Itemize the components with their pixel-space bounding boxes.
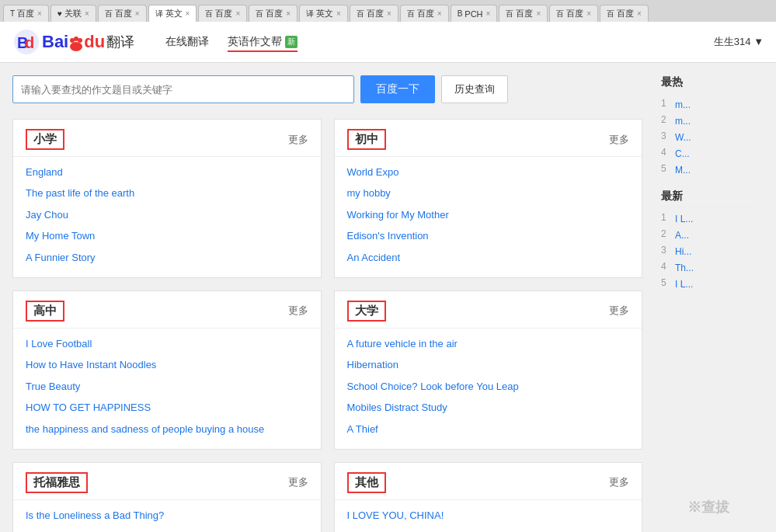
tab-8[interactable]: 百 百度 × [350, 5, 398, 22]
tab-9[interactable]: 百 百度 × [400, 5, 449, 22]
watermark: ※查拔 [687, 498, 729, 516]
tab-1[interactable]: T 百度 × [3, 5, 49, 22]
tab-close-10[interactable]: × [486, 9, 491, 18]
daxue-title: 大学 [347, 301, 386, 322]
logo-area: B d Bai du 翻译 在线翻译 英语作文帮 新 [12, 28, 298, 56]
xiaoxue-link-2[interactable]: Jay Chou [26, 206, 308, 224]
tab-icon-4: 译 [155, 9, 163, 19]
tab-close-5[interactable]: × [235, 9, 240, 18]
browser-tabs-bar: T 百度 × ♥ 关联 × 百 百度 × 译 英文 × 百 百度 × 百 百度 … [0, 0, 776, 22]
nav-english-composition[interactable]: 英语作文帮 新 [228, 32, 298, 52]
fanyi-text: 翻译 [106, 33, 134, 51]
new-item-1: 1 I L... [661, 212, 757, 226]
qita-link-0[interactable]: I LOVE YOU, CHINA! [347, 506, 630, 524]
tab-11[interactable]: 百 百度 × [499, 5, 548, 22]
tab-6[interactable]: 百 百度 × [249, 5, 298, 22]
chuzhong-link-4[interactable]: An Accident [347, 249, 630, 266]
xiaoxue-link-0[interactable]: England [26, 163, 308, 181]
tab-close-1[interactable]: × [37, 9, 42, 18]
hot-item-1: 1 m... [661, 98, 757, 112]
xiaoxue-link-1[interactable]: The past life of the earth [26, 184, 308, 202]
svg-text:d: d [25, 34, 34, 51]
xiaoxue-more[interactable]: 更多 [288, 133, 308, 147]
xiaoxue-header: 小学 更多 [13, 120, 321, 157]
paw-icon [68, 31, 84, 53]
chuzhong-more[interactable]: 更多 [609, 133, 629, 147]
hot-item-5: 5 M... [661, 163, 757, 177]
main-content-area: 百度一下 历史查询 小学 更多 England The past life of… [12, 75, 642, 532]
search-button[interactable]: 百度一下 [360, 75, 435, 103]
gaozhong-more[interactable]: 更多 [288, 304, 308, 318]
gaozhong-section: 高中 更多 I Love Football How to Have Instan… [12, 290, 322, 450]
tab-close-13[interactable]: × [637, 9, 642, 18]
tuofu-link-0[interactable]: Is the Loneliness a Bad Thing? [26, 506, 308, 524]
xiaoxue-link-3[interactable]: My Home Town [26, 227, 308, 245]
qita-title: 其他 [347, 472, 386, 493]
gaozhong-links: I Love Football How to Have Instant Nood… [13, 329, 321, 449]
tab-close-4[interactable]: × [186, 9, 190, 18]
daxue-more[interactable]: 更多 [609, 304, 629, 318]
tab-close-6[interactable]: × [286, 9, 291, 18]
qita-links: I LOVE YOU, CHINA! [335, 500, 642, 532]
tab-close-12[interactable]: × [586, 9, 591, 18]
search-input[interactable] [12, 75, 354, 103]
tab-icon-13: 百 [607, 9, 614, 19]
tuofu-section: 托福雅思 更多 Is the Loneliness a Bad Thing? [12, 462, 322, 532]
tuofu-header: 托福雅思 更多 [13, 463, 321, 500]
user-info[interactable]: 生生314 ▼ [714, 35, 764, 49]
daxue-section: 大学 更多 A future vehicle in the air Hibern… [334, 290, 643, 450]
tab-icon-2: ♥ [57, 9, 62, 18]
qita-more[interactable]: 更多 [609, 475, 629, 489]
tab-2[interactable]: ♥ 关联 × [50, 5, 96, 22]
search-area: 百度一下 历史查询 [12, 75, 642, 103]
daxue-link-4[interactable]: A Thief [347, 420, 630, 438]
tab-icon-12: 百 [556, 9, 564, 19]
daxue-link-3[interactable]: Mobiles Distract Study [347, 398, 630, 416]
logo-text: Bai du 翻译 [42, 31, 134, 53]
gaozhong-link-3[interactable]: HOW TO GET HAPPINESS [26, 398, 308, 416]
tab-5[interactable]: 百 百度 × [198, 5, 247, 22]
new-item-4: 4 Th... [661, 261, 757, 275]
xiaoxue-link-4[interactable]: A Funnier Story [26, 249, 308, 266]
tab-close-2[interactable]: × [85, 9, 89, 18]
new-title: 最新 [661, 190, 757, 207]
tab-close-3[interactable]: × [135, 9, 140, 18]
tab-3[interactable]: 百 百度 × [98, 5, 147, 22]
tab-close-9[interactable]: × [437, 9, 442, 18]
nav-online-translate[interactable]: 在线翻译 [165, 32, 209, 52]
tab-4-active[interactable]: 译 英文 × [148, 5, 197, 22]
chuzhong-header: 初中 更多 [335, 120, 642, 157]
main-nav: 在线翻译 英语作文帮 新 [165, 32, 298, 52]
tab-12[interactable]: 百 百度 × [549, 5, 598, 22]
tab-close-11[interactable]: × [536, 9, 541, 18]
new-item-3: 3 Hi... [661, 245, 757, 259]
chuzhong-link-1[interactable]: my hobby [347, 184, 630, 202]
tab-10[interactable]: B PCH × [451, 5, 498, 22]
chuzhong-link-3[interactable]: Edison's Invention [347, 227, 630, 245]
hot-item-4: 4 C... [661, 147, 757, 161]
hot-section: 最热 1 m... 2 m... 3 W... 4 C... 5 M... [661, 75, 757, 177]
tab-icon-7: 译 [306, 9, 314, 19]
daxue-link-0[interactable]: A future vehicle in the air [347, 335, 630, 353]
gaozhong-link-4[interactable]: the happiness and sadness of people buyi… [26, 420, 308, 438]
tab-7[interactable]: 译 英文 × [299, 5, 348, 22]
gaozhong-link-2[interactable]: True Beauty [26, 377, 308, 395]
history-button[interactable]: 历史查询 [441, 75, 508, 103]
hot-item-3: 3 W... [661, 130, 757, 144]
gaozhong-link-1[interactable]: How to Have Instant Noodles [26, 356, 308, 374]
chuzhong-link-2[interactable]: Working for My Mother [347, 206, 630, 224]
tuofu-more[interactable]: 更多 [288, 475, 308, 489]
hot-title: 最热 [661, 75, 757, 93]
baidu-logo-icon: B d [12, 28, 40, 56]
tab-close-7[interactable]: × [336, 9, 341, 18]
xiaoxue-title: 小学 [26, 129, 64, 150]
xiaoxue-section: 小学 更多 England The past life of the earth… [12, 119, 322, 278]
tab-13[interactable]: 百 百度 × [600, 5, 649, 22]
tab-icon-5: 百 [205, 9, 213, 19]
tuofu-links: Is the Loneliness a Bad Thing? [13, 500, 321, 532]
tab-close-8[interactable]: × [387, 9, 391, 18]
daxue-link-2[interactable]: School Choice? Look before You Leap [347, 377, 630, 395]
daxue-link-1[interactable]: Hibernation [347, 356, 630, 374]
gaozhong-link-0[interactable]: I Love Football [26, 335, 308, 353]
chuzhong-link-0[interactable]: World Expo [347, 163, 630, 181]
